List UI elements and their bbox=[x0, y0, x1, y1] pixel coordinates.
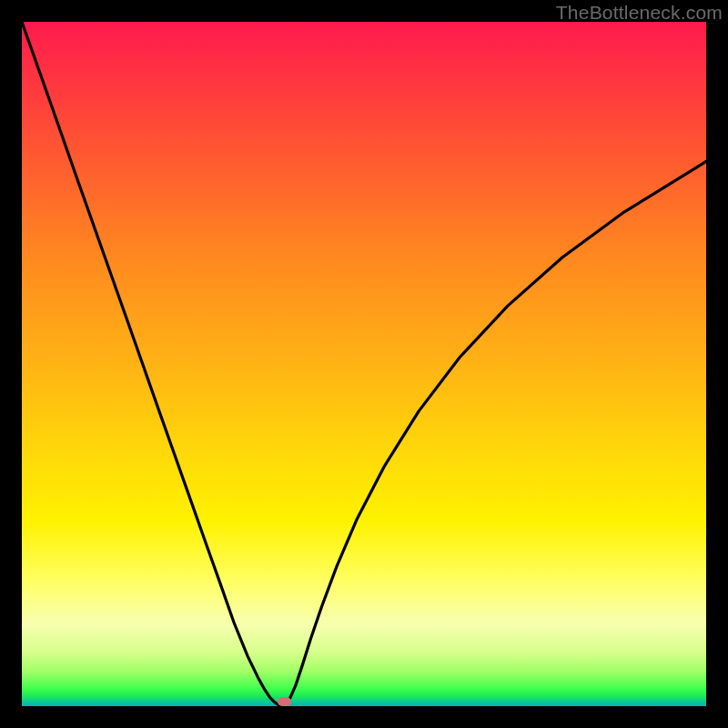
minimum-marker bbox=[278, 697, 291, 706]
watermark-text: TheBottleneck.com bbox=[556, 2, 723, 24]
bottleneck-curve bbox=[22, 22, 706, 706]
plot-frame bbox=[22, 22, 706, 706]
